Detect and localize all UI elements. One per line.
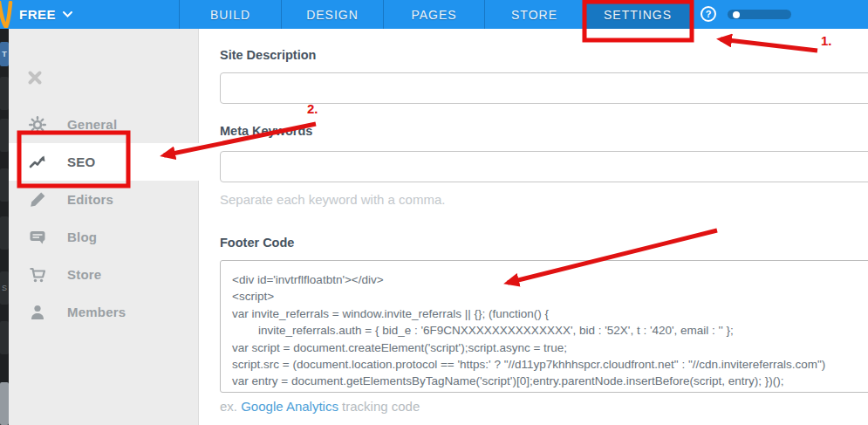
sidebar-item-editors[interactable]: Editors — [9, 181, 199, 218]
tab-pages-label: PAGES — [411, 8, 456, 22]
close-icon[interactable] — [27, 70, 43, 86]
element-tile-s: S — [0, 271, 9, 305]
footer-code-textarea[interactable]: <div id='invtrflfloatbtn'></div> <script… — [220, 260, 868, 393]
weebly-editor-settings-screen: FREE BUILD DESIGN PAGES STORE SETTINGS ?… — [0, 0, 868, 425]
settings-sidebar: T S General — [0, 29, 199, 425]
hint-prefix: ex. — [220, 399, 241, 414]
tab-settings[interactable]: SETTINGS — [584, 0, 692, 29]
element-tile — [0, 321, 9, 354]
hint-suffix: tracking code — [338, 399, 420, 414]
meta-keywords-label: Meta Keywords — [220, 124, 312, 138]
element-tile-light — [0, 382, 9, 425]
sidebar-item-blog-label: Blog — [67, 230, 97, 244]
element-tile — [0, 119, 9, 152]
tab-store-label: STORE — [511, 8, 557, 22]
footer-code-label: Footer Code — [220, 236, 294, 250]
tab-store[interactable]: STORE — [484, 0, 584, 29]
sidebar-item-editors-label: Editors — [67, 192, 113, 207]
google-analytics-link[interactable]: Google Analytics — [241, 399, 338, 414]
sidebar-item-seo-label: SEO — [67, 154, 95, 169]
element-tile — [0, 77, 9, 110]
meta-keywords-helper-text: Separate each keyword with a comma. — [220, 192, 445, 207]
site-description-input[interactable] — [220, 72, 868, 104]
weebly-logo-icon — [0, 1, 16, 28]
sidebar-item-store[interactable]: Store — [9, 256, 199, 293]
sidebar-item-store-label: Store — [67, 267, 101, 282]
sidebar-item-seo[interactable]: SEO — [9, 143, 199, 181]
element-tile — [0, 168, 9, 202]
element-tile-title: T — [0, 42, 9, 66]
sidebar-item-members-label: Members — [67, 305, 126, 319]
cart-icon — [29, 266, 46, 284]
help-button[interactable]: ? — [701, 6, 716, 22]
gear-icon — [29, 116, 46, 134]
trend-chart-icon — [29, 154, 46, 171]
plan-dropdown[interactable]: FREE — [19, 0, 72, 29]
plan-label: FREE — [19, 7, 56, 22]
person-icon — [29, 304, 46, 321]
top-navigation-bar: FREE BUILD DESIGN PAGES STORE SETTINGS ? — [0, 0, 868, 29]
element-tile — [0, 216, 9, 250]
pencil-icon — [29, 191, 46, 209]
tab-settings-label: SETTINGS — [604, 8, 672, 22]
meta-keywords-input[interactable] — [220, 151, 868, 182]
tab-build[interactable]: BUILD — [179, 0, 281, 29]
help-question-mark: ? — [706, 9, 712, 19]
footer-code-hint: ex. Google Analytics tracking code — [220, 399, 420, 414]
chevron-down-icon — [63, 11, 72, 17]
sidebar-item-blog[interactable]: Blog — [9, 218, 199, 256]
sidebar-item-members[interactable]: Members — [9, 293, 199, 331]
speech-bubble-icon — [29, 229, 46, 246]
zoom-slider-handle[interactable] — [733, 11, 740, 18]
tab-build-label: BUILD — [210, 8, 250, 22]
tab-design-label: DESIGN — [306, 8, 359, 22]
sidebar-item-general[interactable]: General — [9, 106, 199, 143]
sidebar-item-general-label: General — [67, 117, 117, 132]
editor-elements-strip: T S — [0, 29, 9, 425]
tab-design[interactable]: DESIGN — [281, 0, 383, 29]
site-description-label: Site Description — [220, 48, 316, 62]
zoom-slider[interactable] — [728, 10, 791, 19]
tab-pages[interactable]: PAGES — [383, 0, 484, 29]
